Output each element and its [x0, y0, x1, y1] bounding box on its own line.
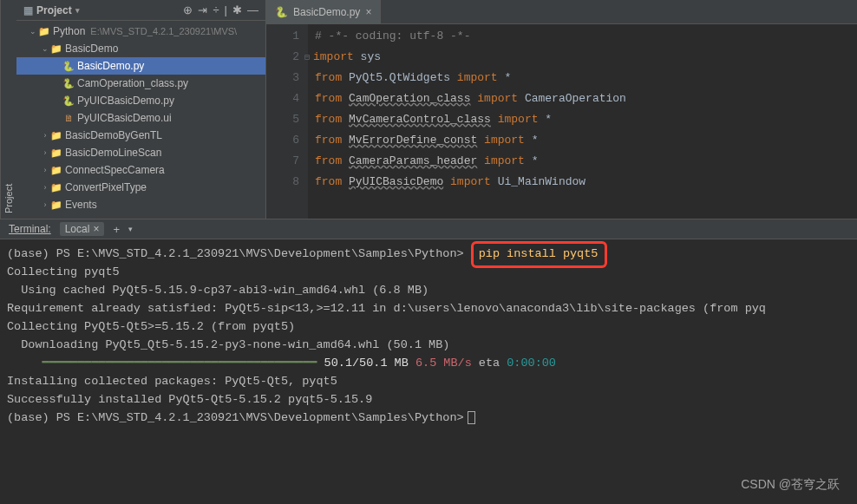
python-icon: 🐍: [62, 61, 75, 72]
tree-item[interactable]: 🐍CamOperation_class.py: [16, 75, 265, 92]
chevron-down-icon[interactable]: ⌄: [41, 44, 49, 53]
watermark: CSDN @苍穹之跃: [741, 475, 840, 494]
tree-item-label: BasicDemo.py: [75, 60, 144, 72]
chevron-right-icon[interactable]: ›: [41, 148, 49, 157]
tree-item-label: ConvertPixelType: [63, 181, 147, 193]
close-icon[interactable]: ×: [93, 223, 99, 235]
folder-icon: 📁: [49, 43, 63, 55]
collapse-region-icon[interactable]: ⊟: [304, 48, 313, 69]
terminal-dropdown-icon[interactable]: ▾: [128, 225, 133, 233]
gutter: 12345678: [266, 24, 308, 219]
tree-item-label: PyUICBasicDemo.ui: [75, 112, 172, 124]
tree-item-label: Events: [63, 199, 97, 211]
folder-icon: 📁: [37, 26, 51, 37]
project-tree[interactable]: ⌄📁PythonE:\MVS_STD_4.2.1_230921\MVS\⌄📁Ba…: [16, 21, 265, 219]
tree-item-path: E:\MVS_STD_4.2.1_230921\MVS\: [85, 26, 237, 36]
line-number: 4: [266, 88, 299, 109]
code-line[interactable]: # -*- coding: utf-8 -*-: [315, 26, 857, 47]
line-number: 2: [266, 47, 299, 68]
tree-item-label: BasicDemo: [63, 43, 118, 55]
target-icon[interactable]: ⊕: [183, 3, 193, 16]
line-number: 5: [266, 109, 299, 130]
hide-icon[interactable]: —: [247, 3, 258, 16]
terminal-tab[interactable]: Local ×: [60, 222, 105, 236]
terminal-body[interactable]: (base) PS E:\MVS_STD_4.2.1_230921\MVS\De…: [0, 239, 857, 504]
tree-item[interactable]: ›📁ConnectSpecCamera: [16, 161, 265, 179]
line-number: 1: [266, 26, 299, 47]
project-panel-header: ▦ Project ▾ ⊕ ⇥ ÷ | ✱ —: [16, 0, 265, 21]
chevron-right-icon[interactable]: ›: [41, 131, 49, 140]
settings-icon[interactable]: ✱: [232, 3, 242, 16]
tree-item-label: PyUICBasicDemo.py: [75, 95, 174, 107]
tree-item[interactable]: ›📁ConvertPixelType: [16, 179, 265, 196]
ui-icon: 🗎: [62, 113, 75, 123]
tree-item[interactable]: ›📁BasicDemoLineScan: [16, 144, 265, 161]
chevron-right-icon[interactable]: ›: [41, 200, 49, 209]
tree-item-label: ConnectSpecCamera: [63, 164, 165, 176]
chevron-right-icon[interactable]: ›: [41, 183, 49, 192]
terminal-header: Terminal: Local × + ▾: [0, 219, 857, 239]
folder-icon: 📁: [49, 200, 63, 211]
tree-item-label: CamOperation_class.py: [75, 77, 188, 89]
tree-item[interactable]: ⌄📁PythonE:\MVS_STD_4.2.1_230921\MVS\: [16, 23, 265, 40]
line-number: 7: [266, 151, 299, 172]
code-line[interactable]: from CameraParams_header import *: [315, 151, 857, 172]
editor-tab[interactable]: 🐍 BasicDemo.py ×: [266, 0, 381, 23]
editor-area: 🐍 BasicDemo.py × 12345678 # -*- coding: …: [266, 0, 857, 219]
close-icon[interactable]: ×: [365, 6, 371, 18]
folder-icon: 📁: [49, 165, 63, 176]
python-icon: 🐍: [275, 6, 288, 18]
folder-icon: 📁: [49, 130, 63, 141]
editor-body[interactable]: 12345678 # -*- coding: utf-8 -*-⊟import …: [266, 24, 857, 219]
code-area[interactable]: # -*- coding: utf-8 -*-⊟import sysfrom P…: [308, 24, 857, 219]
code-line[interactable]: ⊟import sys: [315, 47, 857, 68]
terminal-panel: Terminal: Local × + ▾ (base) PS E:\MVS_S…: [0, 219, 857, 504]
tree-item[interactable]: 🐍PyUICBasicDemo.py: [16, 92, 265, 109]
tree-item-label: BasicDemoLineScan: [63, 147, 161, 159]
tree-item[interactable]: ›📁BasicDemoByGenTL: [16, 127, 265, 144]
chevron-right-icon[interactable]: ›: [41, 166, 49, 174]
tree-item[interactable]: 🗎PyUICBasicDemo.ui: [16, 109, 265, 127]
code-line[interactable]: from MvCameraControl_class import *: [315, 109, 857, 130]
dropdown-icon: ▾: [75, 6, 80, 15]
code-line[interactable]: from CamOperation_class import CameraOpe…: [315, 88, 857, 109]
project-panel-title[interactable]: ▦ Project ▾: [23, 4, 80, 16]
add-terminal-icon[interactable]: +: [113, 223, 120, 236]
editor-tab-label: BasicDemo.py: [293, 6, 360, 18]
line-number: 6: [266, 130, 299, 151]
folder-icon: 📁: [49, 147, 63, 159]
editor-tab-bar: 🐍 BasicDemo.py ×: [266, 0, 857, 24]
project-tool-tab[interactable]: Project: [3, 184, 14, 213]
tool-window-tabs[interactable]: Project: [0, 0, 16, 219]
project-panel: ▦ Project ▾ ⊕ ⇥ ÷ | ✱ — ⌄📁PythonE:\MVS_S…: [16, 0, 266, 219]
highlighted-command: pip install pyqt5: [471, 241, 608, 268]
tree-item[interactable]: ⌄📁BasicDemo: [16, 40, 265, 57]
project-icon: ▦: [23, 4, 33, 16]
expand-icon[interactable]: ÷: [213, 3, 219, 16]
tree-item-label: BasicDemoByGenTL: [63, 129, 162, 141]
python-icon: 🐍: [62, 95, 75, 107]
code-line[interactable]: from PyQt5.QtWidgets import *: [315, 68, 857, 88]
chevron-down-icon[interactable]: ⌄: [29, 27, 37, 36]
tree-item[interactable]: ›📁Events: [16, 196, 265, 213]
code-line[interactable]: from MvErrorDefine_const import *: [315, 130, 857, 151]
divider-icon: |: [225, 3, 227, 16]
code-line[interactable]: from PyUICBasicDemo import Ui_MainWindow: [315, 172, 857, 193]
line-number: 3: [266, 68, 299, 88]
folder-icon: 📁: [49, 182, 63, 193]
tree-item-label: Python: [51, 25, 85, 37]
terminal-cursor: [468, 411, 475, 424]
python-icon: 🐍: [62, 78, 75, 89]
line-number: 8: [266, 172, 299, 193]
tree-item[interactable]: 🐍BasicDemo.py: [16, 57, 265, 75]
terminal-title[interactable]: Terminal:: [9, 223, 51, 235]
collapse-all-icon[interactable]: ⇥: [198, 3, 207, 16]
